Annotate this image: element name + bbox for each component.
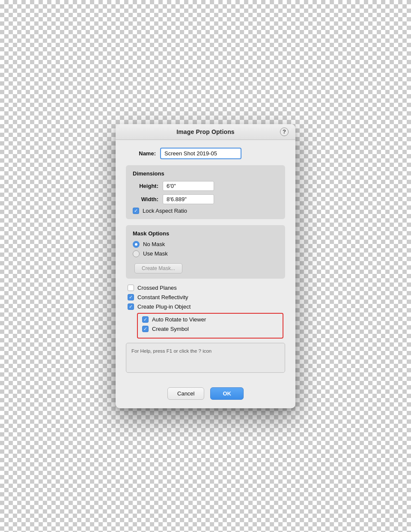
create-symbol-label: Create Symbol — [152, 326, 189, 332]
cancel-button[interactable]: Cancel — [167, 387, 204, 400]
dialog-title: Image Prop Options — [176, 128, 235, 135]
crossed-planes-label: Crossed Planes — [137, 285, 177, 291]
constant-reflectivity-label: Constant Reflectivity — [137, 294, 188, 300]
mask-options-title: Mask Options — [133, 230, 278, 237]
image-prop-options-dialog: Image Prop Options ? Name: Dimensions He… — [116, 124, 295, 408]
width-row: Width: — [133, 194, 278, 204]
highlighted-options-box: ✓ Auto Rotate to Viewer ✓ Create Symbol — [137, 313, 283, 339]
mask-options-section: Mask Options No Mask Use Mask Create Mas… — [126, 225, 285, 279]
height-input[interactable] — [163, 181, 214, 191]
create-symbol-checkbox[interactable]: ✓ — [142, 326, 149, 332]
crossed-planes-checkbox[interactable] — [128, 285, 134, 291]
lock-aspect-row: ✓ Lock Aspect Ratio — [133, 208, 278, 214]
help-button[interactable]: ? — [280, 128, 289, 136]
name-field-row: Name: — [126, 148, 285, 159]
create-plugin-label: Create Plug-in Object — [137, 303, 191, 310]
create-mask-button[interactable]: Create Mask... — [134, 263, 182, 273]
button-row: Cancel OK — [116, 387, 295, 400]
width-input[interactable] — [163, 194, 214, 204]
no-mask-label: No Mask — [143, 241, 165, 247]
help-text-box: For Help, press F1 or click the ? icon — [126, 343, 285, 373]
constant-reflectivity-row: ✓ Constant Reflectivity — [128, 294, 283, 300]
dimensions-title: Dimensions — [133, 170, 278, 177]
dialog-titlebar: Image Prop Options ? — [116, 124, 295, 140]
create-symbol-row: ✓ Create Symbol — [142, 326, 278, 332]
auto-rotate-row: ✓ Auto Rotate to Viewer — [142, 316, 278, 323]
ok-button[interactable]: OK — [210, 387, 244, 400]
use-mask-label: Use Mask — [143, 250, 168, 257]
dialog-content: Name: Dimensions Height: Width: ✓ Lock A… — [116, 140, 295, 381]
lock-aspect-checkbox[interactable]: ✓ — [133, 208, 139, 214]
standalone-checkboxes: Crossed Planes ✓ Constant Reflectivity ✓… — [126, 285, 285, 339]
use-mask-row: Use Mask — [133, 250, 278, 257]
name-label: Name: — [126, 150, 156, 157]
width-label: Width: — [133, 196, 158, 202]
constant-reflectivity-checkbox[interactable]: ✓ — [128, 294, 134, 300]
use-mask-radio[interactable] — [133, 250, 140, 257]
dimensions-section: Dimensions Height: Width: ✓ Lock Aspect … — [126, 165, 285, 219]
auto-rotate-checkbox[interactable]: ✓ — [142, 316, 149, 323]
name-input[interactable] — [160, 148, 241, 159]
create-plugin-checkbox[interactable]: ✓ — [128, 303, 134, 310]
lock-aspect-label: Lock Aspect Ratio — [143, 208, 187, 214]
auto-rotate-label: Auto Rotate to Viewer — [152, 316, 206, 323]
height-row: Height: — [133, 181, 278, 191]
no-mask-row: No Mask — [133, 241, 278, 248]
height-label: Height: — [133, 183, 158, 189]
help-text: For Help, press F1 or click the ? icon — [131, 348, 211, 354]
no-mask-radio[interactable] — [133, 241, 140, 248]
crossed-planes-row: Crossed Planes — [128, 285, 283, 291]
create-plugin-row: ✓ Create Plug-in Object — [128, 303, 283, 310]
